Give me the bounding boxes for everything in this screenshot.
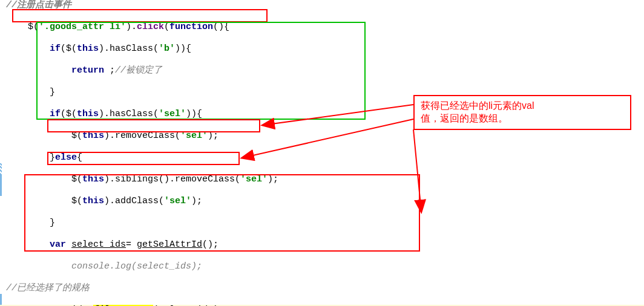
code-line: return ;//被锁定了 [0,65,644,76]
code-line: $(this).siblings().removeClass('sel'); [0,174,644,185]
code-line: var select_ids= getSelAttrId(); [0,239,644,250]
cmt-locked: //被锁定了 [115,65,162,76]
callout-text-1: 获得已经选中的li元素的val [421,100,534,111]
code-line: } [0,218,644,229]
callout-box: 获得已经选中的li元素的val 值，返回的是数组。 [413,95,631,130]
code-line: }else{ [0,152,644,163]
callout-text-2: 值，返回的是数组。 [421,113,508,123]
code-screenshot: //注册点击事件 $('.goods_attr li').click(funct… [0,0,644,306]
code-line: if($(this).hasClass('b')){ [0,44,644,54]
code-line: $('.goods_attr li').click(function(){ [0,22,644,33]
code-block: //注册点击事件 $('.goods_attr li').click(funct… [0,0,644,306]
change-gutter [0,0,2,306]
code-line: $(this).addClass('sel'); [0,196,644,207]
cmt-selected-spec: //已经选择了的规格 [6,283,90,293]
code-line: console.log(select_ids); [0,261,644,272]
code-line: $(this).removeClass('sel'); [0,131,644,142]
cmt-register: //注册点击事件 [6,0,71,10]
